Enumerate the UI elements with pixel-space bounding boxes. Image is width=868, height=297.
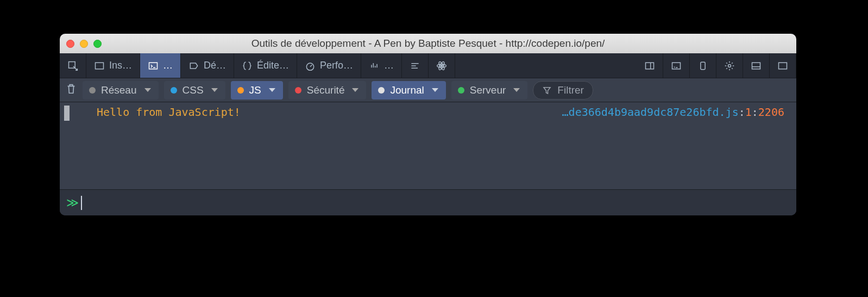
svg-rect-13 [752, 63, 760, 69]
console-filter-bar: Réseau CSS JS Sécurité Journal Serveur [60, 78, 796, 102]
console-input[interactable]: ≫ [60, 189, 796, 215]
filter-css[interactable]: CSS [164, 81, 225, 100]
chevron-down-icon [432, 88, 438, 92]
tab-console-label: … [163, 60, 173, 71]
tab-inspector-label: Ins… [109, 60, 132, 71]
tab-style-editor-label: Édite… [257, 60, 289, 71]
log-source[interactable]: …de366d4b9aad9dc87e26bfd.js:1:2206 [562, 106, 789, 119]
settings-button[interactable] [716, 53, 743, 78]
titlebar: Outils de développement - A Pen by Bapti… [60, 34, 796, 53]
tab-debugger-label: Dé… [204, 60, 226, 71]
log-marker [64, 106, 70, 121]
filter-security-label: Sécurité [307, 84, 345, 96]
filter-log[interactable]: Journal [372, 81, 445, 100]
dock-side-button[interactable] [637, 53, 663, 78]
filter-log-label: Journal [390, 84, 424, 96]
svg-rect-11 [701, 62, 705, 69]
dock-bottom-button[interactable] [743, 53, 770, 78]
clear-console-button[interactable] [65, 83, 77, 97]
window-title: Outils de développement - A Pen by Bapti… [251, 38, 605, 49]
traffic-lights [66, 40, 102, 48]
filter-input-placeholder: Filtrer [557, 84, 584, 96]
responsive-mode-button[interactable] [690, 53, 716, 78]
log-message: Hello from JavaScript! [75, 106, 562, 119]
minimize-icon[interactable] [80, 40, 88, 48]
tab-memory[interactable]: … [361, 53, 402, 78]
tab-inspector[interactable]: Ins… [86, 53, 140, 78]
zoom-icon[interactable] [93, 40, 102, 48]
tab-performance-label: Perfo… [320, 60, 353, 71]
funnel-icon [542, 85, 552, 95]
tab-style-editor[interactable]: Édite… [234, 53, 297, 78]
tab-rules[interactable] [402, 53, 429, 78]
devtools-window: Outils de développement - A Pen by Bapti… [60, 34, 796, 215]
split-console-button[interactable] [663, 53, 690, 78]
log-source-file: de366d4b9aad9dc87e26bfd.js [569, 106, 739, 119]
filter-network-label: Réseau [101, 84, 137, 96]
dot-icon [171, 87, 177, 94]
prompt-icon: ≫ [66, 196, 78, 209]
dock-window-button[interactable] [770, 53, 796, 78]
dot-icon [378, 87, 385, 94]
tab-console[interactable]: … [140, 53, 181, 78]
svg-rect-2 [149, 63, 158, 69]
log-source-ellipsis: … [562, 106, 569, 119]
element-picker-button[interactable] [60, 53, 86, 78]
log-source-sep: : [752, 106, 758, 119]
tab-react[interactable] [429, 53, 455, 78]
filter-js-label: JS [249, 84, 261, 96]
filter-security[interactable]: Sécurité [288, 81, 367, 100]
filter-js[interactable]: JS [231, 81, 283, 100]
tab-memory-label: … [384, 60, 394, 71]
chevron-down-icon [269, 88, 275, 92]
filter-input[interactable]: Filtrer [533, 81, 593, 100]
close-icon[interactable] [66, 40, 74, 48]
chevron-down-icon [211, 88, 218, 92]
chevron-down-icon [513, 88, 520, 92]
chevron-down-icon [352, 88, 358, 92]
tab-debugger[interactable]: Dé… [181, 53, 234, 78]
chevron-down-icon [144, 88, 151, 92]
console-output[interactable]: Hello from JavaScript! …de366d4b9aad9dc8… [60, 102, 796, 189]
log-source-line: 1 [745, 106, 752, 119]
svg-rect-15 [779, 63, 787, 69]
filter-server-label: Serveur [470, 84, 506, 96]
dot-icon [237, 87, 244, 94]
filter-network[interactable]: Réseau [83, 81, 159, 100]
filter-server[interactable]: Serveur [451, 81, 528, 100]
console-row: Hello from JavaScript! …de366d4b9aad9dc8… [60, 102, 796, 124]
devtools-toolbar: Ins… … Dé… Édite… Perfo… … [60, 53, 796, 78]
caret-icon [81, 196, 82, 210]
log-source-sep: : [739, 106, 745, 119]
log-source-col: 2206 [758, 106, 784, 119]
dot-icon [458, 87, 464, 94]
svg-rect-10 [672, 63, 681, 69]
svg-rect-1 [96, 63, 104, 69]
svg-point-4 [441, 65, 442, 66]
dot-icon [295, 87, 301, 94]
dot-icon [89, 87, 96, 94]
toolbar-spacer [455, 53, 637, 78]
svg-point-12 [728, 64, 731, 67]
tab-performance[interactable]: Perfo… [297, 53, 361, 78]
filter-css-label: CSS [183, 84, 204, 96]
svg-rect-8 [646, 63, 654, 69]
